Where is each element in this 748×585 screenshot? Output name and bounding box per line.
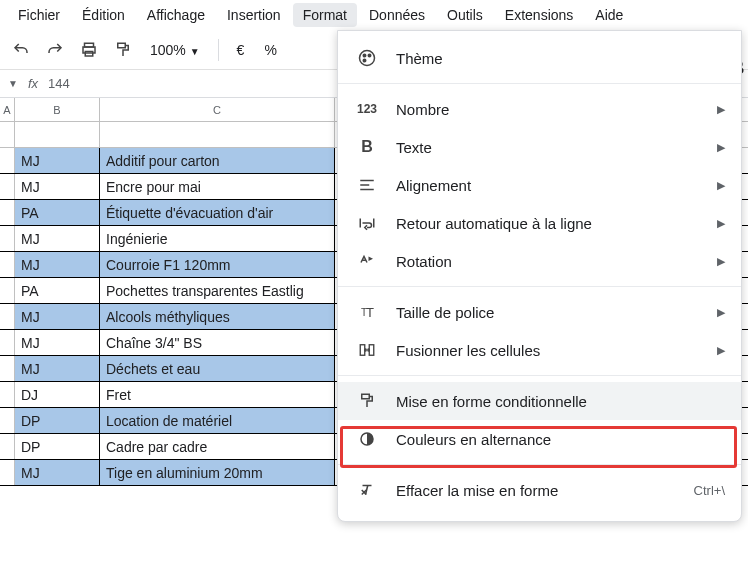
cell-b[interactable]: MJ xyxy=(15,356,100,381)
menu-rotation[interactable]: Rotation ▶ xyxy=(338,242,741,280)
svg-rect-3 xyxy=(118,43,126,48)
col-header-a[interactable]: A xyxy=(0,98,15,121)
cell-b[interactable]: MJ xyxy=(15,148,100,173)
menu-aide[interactable]: Aide xyxy=(585,3,633,27)
alt-colors-icon xyxy=(356,430,378,448)
menu-insertion[interactable]: Insertion xyxy=(217,3,291,27)
menu-theme[interactable]: Thème xyxy=(338,39,741,77)
menu-clear-formatting[interactable]: Effacer la mise en forme Ctrl+\ xyxy=(338,471,741,509)
cell-c[interactable]: Ingénierie xyxy=(100,226,335,251)
menu-label: Couleurs en alternance xyxy=(396,431,551,448)
cell[interactable] xyxy=(100,122,335,147)
cell-c[interactable]: Déchets et eau xyxy=(100,356,335,381)
align-icon xyxy=(356,176,378,194)
cell-c[interactable]: Cadre par cadre xyxy=(100,434,335,459)
row-header[interactable] xyxy=(0,356,15,381)
row-header[interactable] xyxy=(0,408,15,433)
menu-separator xyxy=(338,464,741,465)
cell-b[interactable]: DP xyxy=(15,434,100,459)
paint-format-icon[interactable] xyxy=(110,37,136,63)
menu-edition[interactable]: Édition xyxy=(72,3,135,27)
row-header[interactable] xyxy=(0,148,15,173)
submenu-arrow-icon: ▶ xyxy=(717,179,725,192)
redo-icon[interactable] xyxy=(42,37,68,63)
menu-separator xyxy=(338,83,741,84)
svg-point-5 xyxy=(363,54,366,57)
row-header[interactable] xyxy=(0,304,15,329)
cell-c[interactable]: Location de matériel xyxy=(100,408,335,433)
bold-icon: B xyxy=(356,138,378,156)
wrap-icon xyxy=(356,214,378,232)
menu-outils[interactable]: Outils xyxy=(437,3,493,27)
percent-button[interactable]: % xyxy=(258,42,282,58)
menu-merge-cells[interactable]: Fusionner les cellules ▶ xyxy=(338,331,741,369)
cell-c[interactable]: Chaîne 3/4" BS xyxy=(100,330,335,355)
menu-fichier[interactable]: Fichier xyxy=(8,3,70,27)
menu-label: Thème xyxy=(396,50,443,67)
zoom-level[interactable]: 100% ▼ xyxy=(144,42,206,58)
currency-button[interactable]: € xyxy=(231,42,251,58)
menu-label: Retour automatique à la ligne xyxy=(396,215,592,232)
menu-format[interactable]: Format xyxy=(293,3,357,27)
menu-affichage[interactable]: Affichage xyxy=(137,3,215,27)
cell-b[interactable]: MJ xyxy=(15,304,100,329)
menu-label: Rotation xyxy=(396,253,452,270)
row-header[interactable] xyxy=(0,434,15,459)
cell-c[interactable]: Alcools méthyliques xyxy=(100,304,335,329)
cell-c[interactable]: Pochettes transparentes Eastlig xyxy=(100,278,335,303)
print-icon[interactable] xyxy=(76,37,102,63)
cell-c[interactable]: Étiquette d'évacuation d'air xyxy=(100,200,335,225)
menubar: Fichier Édition Affichage Insertion Form… xyxy=(0,0,748,30)
formula-value[interactable]: 144 xyxy=(48,76,70,91)
cell-c[interactable]: Encre pour mai xyxy=(100,174,335,199)
menu-conditional-formatting[interactable]: Mise en forme conditionnelle xyxy=(338,382,741,420)
shortcut-label: Ctrl+\ xyxy=(694,483,725,498)
cell-b[interactable]: MJ xyxy=(15,174,100,199)
menu-number[interactable]: 123 Nombre ▶ xyxy=(338,90,741,128)
col-header-b[interactable]: B xyxy=(15,98,100,121)
cell-b[interactable]: MJ xyxy=(15,460,100,485)
cell-b[interactable]: PA xyxy=(15,200,100,225)
cell-c[interactable]: Tige en aluminium 20mm xyxy=(100,460,335,485)
col-header-c[interactable]: C xyxy=(100,98,335,121)
menu-donnees[interactable]: Données xyxy=(359,3,435,27)
cell[interactable] xyxy=(15,122,100,147)
zoom-label: 100% xyxy=(150,42,186,58)
menu-label: Effacer la mise en forme xyxy=(396,482,558,499)
cell-b[interactable]: MJ xyxy=(15,252,100,277)
row-header[interactable] xyxy=(0,382,15,407)
cell-c[interactable]: Fret xyxy=(100,382,335,407)
row-header[interactable] xyxy=(0,460,15,485)
submenu-arrow-icon: ▶ xyxy=(717,255,725,268)
row-header[interactable] xyxy=(0,252,15,277)
menu-label: Nombre xyxy=(396,101,449,118)
row-header[interactable] xyxy=(0,122,15,147)
menu-text[interactable]: B Texte ▶ xyxy=(338,128,741,166)
submenu-arrow-icon: ▶ xyxy=(717,306,725,319)
menu-separator xyxy=(338,375,741,376)
cell-b[interactable]: DP xyxy=(15,408,100,433)
menu-extensions[interactable]: Extensions xyxy=(495,3,583,27)
cell-b[interactable]: PA xyxy=(15,278,100,303)
row-header[interactable] xyxy=(0,278,15,303)
row-header[interactable] xyxy=(0,226,15,251)
cell-b[interactable]: MJ xyxy=(15,330,100,355)
cell-b[interactable]: MJ xyxy=(15,226,100,251)
menu-font-size[interactable]: TT Taille de police ▶ xyxy=(338,293,741,331)
cell-c[interactable]: Courroie F1 120mm xyxy=(100,252,335,277)
row-header[interactable] xyxy=(0,330,15,355)
name-box-chevron-icon[interactable]: ▼ xyxy=(8,78,18,89)
row-header[interactable] xyxy=(0,200,15,225)
menu-wrap[interactable]: Retour automatique à la ligne ▶ xyxy=(338,204,741,242)
font-size-icon: TT xyxy=(356,305,378,320)
undo-icon[interactable] xyxy=(8,37,34,63)
row-header[interactable] xyxy=(0,174,15,199)
cell-c[interactable]: Additif pour carton xyxy=(100,148,335,173)
menu-alternating-colors[interactable]: Couleurs en alternance xyxy=(338,420,741,458)
menu-label: Fusionner les cellules xyxy=(396,342,540,359)
svg-rect-16 xyxy=(362,394,370,399)
menu-alignment[interactable]: Alignement ▶ xyxy=(338,166,741,204)
cell-b[interactable]: DJ xyxy=(15,382,100,407)
menu-separator xyxy=(338,286,741,287)
menu-label: Mise en forme conditionnelle xyxy=(396,393,587,410)
